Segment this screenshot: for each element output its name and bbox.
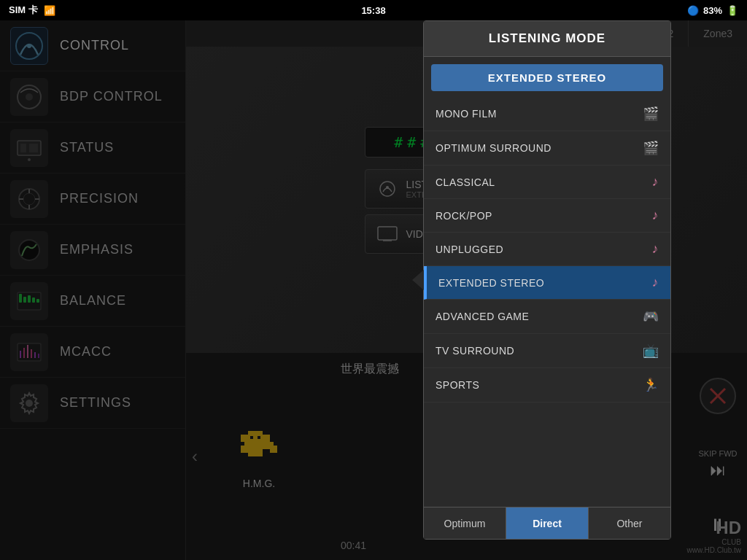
classical-icon: ♪ — [652, 174, 659, 190]
advanced-game-label: ADVANCED GAME — [436, 311, 529, 322]
unplugged-icon: ♪ — [652, 241, 659, 257]
extended-stereo-label: EXTENDED STEREO — [438, 277, 544, 289]
unplugged-label: UNPLUGGED — [436, 244, 503, 255]
rock-pop-label: ROCK/POP — [436, 210, 492, 222]
advanced-game-icon: 🎮 — [643, 308, 659, 324]
carrier-label: SIM 卡 — [9, 4, 38, 17]
tv-surround-label: TV SURROUND — [436, 345, 514, 357]
classical-label: CLASSICAL — [436, 176, 495, 188]
sports-label: SPORTS — [436, 379, 479, 391]
listening-item-classical[interactable]: CLASSICAL ♪ — [424, 166, 670, 199]
tab-optimum[interactable]: Optimum — [424, 508, 506, 539]
extended-stereo-icon: ♪ — [652, 275, 659, 290]
tv-surround-icon: 📺 — [643, 343, 659, 359]
listening-item-optimum-surround[interactable]: OPTIMUM SURROUND 🎬 — [424, 131, 670, 166]
listening-item-extended-stereo[interactable]: EXTENDED STEREO ♪ — [424, 266, 670, 300]
status-time: 15:38 — [361, 5, 385, 16]
tab-other[interactable]: Other — [589, 508, 670, 539]
optimum-surround-icon: 🎬 — [643, 140, 659, 156]
optimum-surround-label: OPTIMUM SURROUND — [436, 142, 551, 154]
bluetooth-icon: 🔵 — [687, 5, 699, 16]
listening-item-advanced-game[interactable]: ADVANCED GAME 🎮 — [424, 300, 670, 334]
mono-film-icon: 🎬 — [643, 106, 659, 122]
listening-item-tv-surround[interactable]: TV SURROUND 📺 — [424, 334, 670, 368]
wifi-icon: 📶 — [44, 5, 55, 16]
listening-tabs: Optimum Direct Other — [424, 507, 670, 539]
battery-label: 83% — [703, 5, 722, 16]
listening-list: MONO FILM 🎬 OPTIMUM SURROUND 🎬 CLASSICAL… — [424, 94, 670, 507]
tab-direct[interactable]: Direct — [506, 508, 589, 539]
status-right: 🔵 83% 🔋 — [687, 5, 738, 16]
modal-arrow — [412, 270, 424, 290]
status-left: SIM 卡 📶 — [9, 4, 55, 17]
listening-mode-panel: LISTENING MODE EXTENDED STEREO MONO FILM… — [423, 20, 671, 540]
listening-item-mono-film[interactable]: MONO FILM 🎬 — [424, 97, 670, 131]
listening-item-rock-pop[interactable]: ROCK/POP ♪ — [424, 199, 670, 233]
mono-film-label: MONO FILM — [436, 108, 497, 120]
sports-icon: 🏃 — [643, 377, 659, 393]
rock-pop-icon: ♪ — [652, 208, 659, 223]
listening-item-sports[interactable]: SPORTS 🏃 — [424, 368, 670, 402]
listening-panel-header: LISTENING MODE — [424, 21, 670, 57]
listening-item-unplugged[interactable]: UNPLUGGED ♪ — [424, 233, 670, 266]
listening-selected-item[interactable]: EXTENDED STEREO — [431, 64, 663, 91]
status-bar: SIM 卡 📶 15:38 🔵 83% 🔋 — [0, 0, 747, 20]
battery-icon: 🔋 — [727, 5, 738, 16]
